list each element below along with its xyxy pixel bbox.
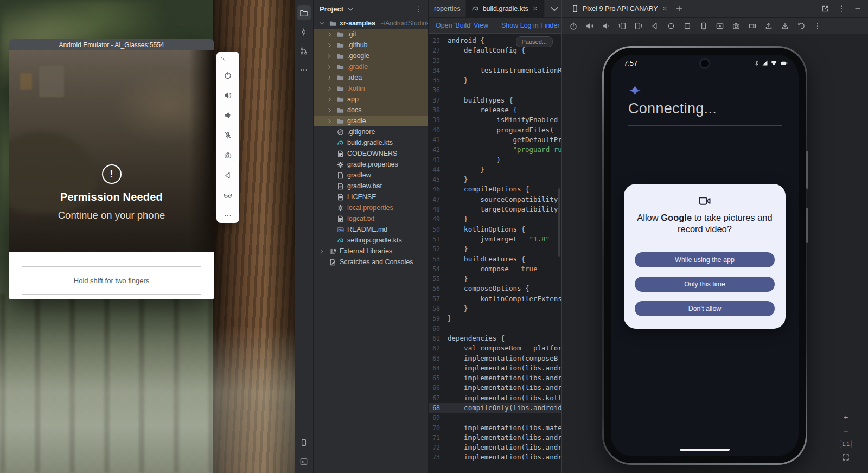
tree-item-codeowners[interactable]: CODEOWNERS <box>314 148 428 159</box>
code-line-67[interactable]: 67 implementation(libs.kotl <box>429 393 561 403</box>
code-line-34[interactable]: 34 testInstrumentationR <box>429 66 561 75</box>
code-line-47[interactable]: 47 sourceCompatibility <box>429 195 561 204</box>
device-button[interactable] <box>297 435 311 450</box>
code-line-54[interactable]: 54 compose = true <box>429 264 561 274</box>
close-tab-icon[interactable] <box>532 5 539 12</box>
code-line-27[interactable]: 27 defaultConfig { <box>429 46 561 55</box>
overview-button[interactable] <box>681 20 693 32</box>
tree-item-idea[interactable]: .idea <box>314 72 428 83</box>
tree-item-kotlin[interactable]: .kotlin <box>314 83 428 94</box>
notification-link-open-build-view[interactable]: Open 'Build' View <box>436 22 488 29</box>
terminal-button[interactable] <box>297 454 311 469</box>
fit-screen-button[interactable] <box>841 452 851 462</box>
tree-item-app[interactable]: app <box>314 94 428 105</box>
chevron-down-icon[interactable] <box>346 5 355 14</box>
tree-item-license[interactable]: LICENSE <box>314 191 428 202</box>
code-line-38[interactable]: 38 release { <box>429 105 561 115</box>
rotate-left-button[interactable] <box>616 20 628 32</box>
code-line-57[interactable]: 57 kotlinCompilerExtens <box>429 294 561 304</box>
zoom-out-button[interactable]: − <box>841 426 851 436</box>
tree-item-docs[interactable]: docs <box>314 105 428 116</box>
download-button[interactable] <box>779 20 791 32</box>
code-line-64[interactable]: 64 implementation(libs.andr <box>429 363 561 373</box>
tab-pixel-9-pro-api-canary[interactable]: Pixel 9 Pro API CANARY <box>566 0 673 17</box>
code-line-50[interactable]: 50 kotlinOptions { <box>429 225 561 234</box>
snapshot-button[interactable] <box>795 20 807 32</box>
dialog-button-only-this-time[interactable]: Only this time <box>635 277 775 292</box>
power-button[interactable] <box>567 20 579 32</box>
code-line-46[interactable]: 46 compileOptions { <box>429 184 561 194</box>
code-line-56[interactable]: 56 composeOptions { <box>429 284 561 293</box>
code-line-62[interactable]: 62 val composeBom = platfor <box>429 343 561 353</box>
code-line-52[interactable]: 52 } <box>429 244 561 254</box>
home-button[interactable] <box>665 20 677 32</box>
notification-link-show-log-in-finder[interactable]: Show Log in Finder <box>501 22 560 29</box>
tree-item-local-properties[interactable]: local.properties <box>314 202 428 213</box>
tree-item-gradle[interactable]: gradle <box>314 116 428 126</box>
power-button[interactable] <box>220 67 236 83</box>
volume-down-button[interactable] <box>220 107 236 123</box>
back-button[interactable] <box>649 20 661 32</box>
close-tab-icon[interactable] <box>661 5 669 12</box>
emulator-title[interactable]: Android Emulator - AI_Glasses:5554 <box>9 39 214 50</box>
emulator-screen[interactable]: ! Permission Needed Continue on your pho… <box>9 50 214 252</box>
code-line-66[interactable]: 66 implementation(libs.andr <box>429 383 561 393</box>
code-line-48[interactable]: 48 targetCompatibility <box>429 204 561 214</box>
editor-tab-roperties[interactable]: roperties <box>429 0 466 17</box>
code-line-43[interactable]: 43 ) <box>429 155 561 165</box>
tree-item-readme-md[interactable]: README.md <box>314 224 428 235</box>
editor-tab-build-gradle-kts[interactable]: build.gradle.kts <box>466 0 545 17</box>
tree-item-gradlew-bat[interactable]: gradlew.bat <box>314 181 428 191</box>
zoom-ratio[interactable]: 1:1 <box>840 440 852 448</box>
code-line-42[interactable]: 42 "proguard-ru <box>429 145 561 155</box>
code-line-68[interactable]: 68 compileOnly(libs.android <box>429 403 561 413</box>
code-line-41[interactable]: 41 getDefaultPr <box>429 135 561 145</box>
code-line-71[interactable]: 71 implementation(libs.andr <box>429 433 561 443</box>
code-line-53[interactable]: 53 buildFeatures { <box>429 254 561 264</box>
commit-button[interactable] <box>297 24 311 39</box>
more-v-button[interactable] <box>835 3 847 15</box>
tree-item-logcat-txt[interactable]: logcat.txt <box>314 213 428 224</box>
new-device-tab-button[interactable] <box>673 3 685 15</box>
code-line-72[interactable]: 72 implementation(libs.andr <box>429 443 561 452</box>
hidden-tabs-button[interactable] <box>547 0 561 17</box>
dialog-button-don-t-allow[interactable]: Don't allow <box>635 301 775 316</box>
tree-item-git[interactable]: .git <box>314 29 428 40</box>
code-editor[interactable]: 23android {27 defaultConfig {3334 testIn… <box>429 34 561 473</box>
zoom-in-button[interactable]: + <box>841 412 851 421</box>
code-line-73[interactable]: 73 implementation(libs.andr <box>429 452 561 462</box>
project-panel-title[interactable]: Project <box>320 5 343 13</box>
glasses-button[interactable] <box>220 187 236 203</box>
video-button[interactable] <box>746 20 758 32</box>
open-in-new-button[interactable] <box>819 3 831 15</box>
code-line-44[interactable]: 44 } <box>429 165 561 175</box>
structure-button[interactable] <box>297 43 311 58</box>
screen-record-button[interactable] <box>714 20 726 32</box>
tree-item-github[interactable]: .github <box>314 40 428 50</box>
code-line-40[interactable]: 40 proguardFiles( <box>429 125 561 135</box>
dialog-button-while-using-the-app[interactable]: While using the app <box>635 252 775 267</box>
volume-down-button[interactable] <box>600 20 612 32</box>
minimize-button[interactable] <box>852 3 864 15</box>
code-line-63[interactable]: 63 implementation(composeB <box>429 354 561 363</box>
code-line-61[interactable]: 61dependencies { <box>429 334 561 343</box>
tree-item-google[interactable]: .google <box>314 50 428 61</box>
code-line-33[interactable]: 33 <box>429 56 561 66</box>
rotate-right-button[interactable] <box>633 20 644 32</box>
code-line-69[interactable]: 69 <box>429 413 561 423</box>
editor-scrollbar[interactable] <box>558 188 560 257</box>
device-screen[interactable]: 7:57 <box>611 55 799 456</box>
code-line-55[interactable]: 55 } <box>429 274 561 284</box>
code-line-39[interactable]: 39 isMinifyEnabled <box>429 115 561 125</box>
tree-item-gradle-properties[interactable]: gradle.properties <box>314 159 428 170</box>
panel-options-icon[interactable] <box>414 5 423 14</box>
more-v-button[interactable] <box>812 20 824 32</box>
tree-item-gradlew[interactable]: gradlew <box>314 170 428 181</box>
mic-off-button[interactable] <box>220 127 236 143</box>
back-button[interactable] <box>220 167 236 183</box>
upload-button[interactable] <box>763 20 775 32</box>
code-line-51[interactable]: 51 jvmTarget = "1.8" <box>429 234 561 244</box>
code-line-35[interactable]: 35 } <box>429 75 561 85</box>
code-line-60[interactable]: 60 <box>429 324 561 334</box>
code-line-59[interactable]: 59} <box>429 314 561 323</box>
